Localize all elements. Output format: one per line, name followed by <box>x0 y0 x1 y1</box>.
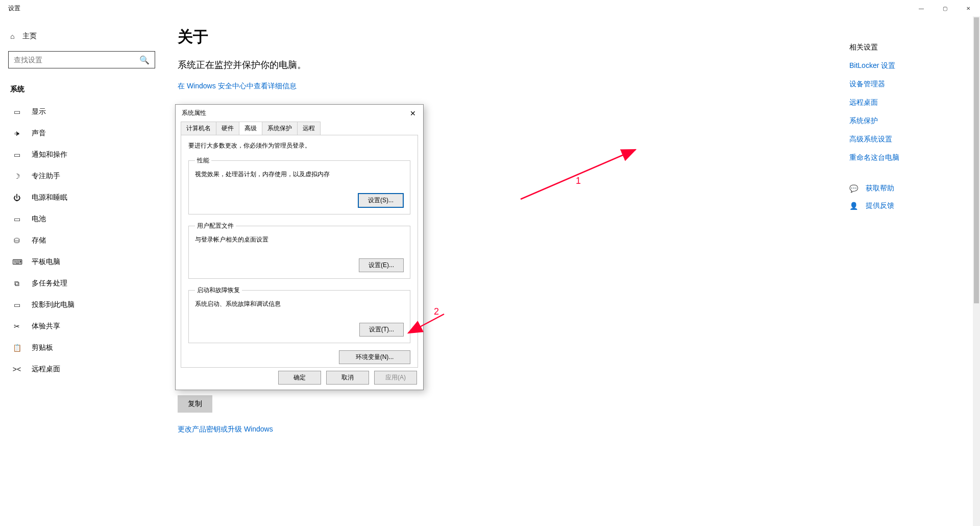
sidebar-item-projecting[interactable]: ▭投影到此电脑 <box>8 294 155 316</box>
share-icon: ✂ <box>12 322 21 330</box>
home-label: 主页 <box>22 32 37 41</box>
sidebar-item-label: 远程桌面 <box>32 365 60 374</box>
group-performance-desc: 视觉效果，处理器计划，内存使用，以及虚拟内存 <box>195 170 404 179</box>
tab-computer-name[interactable]: 计算机名 <box>181 122 216 135</box>
group-user-profile-legend: 用户配置文件 <box>195 222 236 230</box>
performance-settings-button[interactable]: 设置(S)... <box>358 193 404 208</box>
tab-body-advanced: 要进行大多数更改，你必须作为管理员登录。 性能 视觉效果，处理器计划，内存使用，… <box>181 135 418 368</box>
sidebar-item-notifications[interactable]: ▭通知和操作 <box>8 144 155 165</box>
system-properties-dialog: 系统属性 ✕ 计算机名 硬件 高级 系统保护 远程 要进行大多数更改，你必须作为… <box>175 104 424 390</box>
app-title: 设置 <box>8 4 20 13</box>
tablet-icon: ⌨ <box>12 258 21 266</box>
page-title: 关于 <box>178 27 966 47</box>
sidebar-item-storage[interactable]: ⛁存储 <box>8 230 155 251</box>
tab-system-protection[interactable]: 系统保护 <box>262 122 298 135</box>
sidebar-item-clipboard[interactable]: 📋剪贴板 <box>8 337 155 358</box>
security-center-link[interactable]: 在 Windows 安全中心中查看详细信息 <box>178 82 297 91</box>
help-icon: 💬 <box>849 184 859 193</box>
user-profile-settings-button[interactable]: 设置(E)... <box>359 258 404 272</box>
sidebar-item-label: 剪贴板 <box>32 343 53 352</box>
sidebar-item-label: 多任务处理 <box>32 279 67 288</box>
sidebar-item-shared[interactable]: ✂体验共享 <box>8 316 155 337</box>
sidebar-item-power[interactable]: ⏻电源和睡眠 <box>8 187 155 208</box>
power-icon: ⏻ <box>12 194 21 202</box>
group-startup: 启动和故障恢复 系统启动、系统故障和调试信息 设置(T)... <box>188 286 410 343</box>
action-get-help[interactable]: 💬获取帮助 <box>849 184 962 193</box>
group-performance: 性能 视觉效果，处理器计划，内存使用，以及虚拟内存 设置(S)... <box>188 156 410 214</box>
search-box[interactable]: 🔍 <box>8 51 155 68</box>
sidebar: ⌂ 主页 🔍 系统 ▭显示 🕩声音 ▭通知和操作 ☽专注助手 ⏻电源和睡眠 ▭电… <box>0 16 163 526</box>
dialog-cancel-button[interactable]: 取消 <box>326 371 369 385</box>
storage-icon: ⛁ <box>12 236 21 245</box>
feedback-icon: 👤 <box>849 202 859 210</box>
home-button[interactable]: ⌂ 主页 <box>8 27 155 51</box>
sidebar-item-label: 电源和睡眠 <box>32 193 67 202</box>
maximize-button[interactable]: ▢ <box>933 0 957 16</box>
startup-settings-button[interactable]: 设置(T)... <box>359 323 404 337</box>
search-icon: 🔍 <box>139 55 150 65</box>
copy-button[interactable]: 复制 <box>178 395 212 413</box>
tab-hardware[interactable]: 硬件 <box>216 122 239 135</box>
sidebar-item-multitask[interactable]: ⧉多任务处理 <box>8 273 155 294</box>
sidebar-item-label: 电池 <box>32 214 46 224</box>
sidebar-item-sound[interactable]: 🕩声音 <box>8 123 155 144</box>
multitask-icon: ⧉ <box>12 279 21 288</box>
sidebar-item-label: 专注助手 <box>32 172 60 181</box>
sidebar-item-label: 显示 <box>32 107 46 116</box>
admin-hint-text: 要进行大多数更改，你必须作为管理员登录。 <box>188 141 410 150</box>
sidebar-item-label: 体验共享 <box>32 322 60 331</box>
group-user-profile-desc: 与登录帐户相关的桌面设置 <box>195 235 404 244</box>
group-performance-legend: 性能 <box>195 156 211 165</box>
remote-icon: >< <box>12 365 21 373</box>
link-rename-pc[interactable]: 重命名这台电脑 <box>849 153 962 162</box>
scrollbar-thumb[interactable] <box>974 17 979 303</box>
tab-remote[interactable]: 远程 <box>297 122 321 135</box>
sidebar-item-label: 声音 <box>32 129 46 138</box>
group-startup-legend: 启动和故障恢复 <box>195 286 242 295</box>
sidebar-item-display[interactable]: ▭显示 <box>8 101 155 123</box>
protection-status-text: 系统正在监控并保护你的电脑。 <box>178 59 966 71</box>
search-input[interactable] <box>14 56 139 64</box>
link-device-manager[interactable]: 设备管理器 <box>849 80 962 89</box>
sidebar-item-battery[interactable]: ▭电池 <box>8 208 155 230</box>
minimize-button[interactable]: — <box>910 0 933 16</box>
close-button[interactable]: ✕ <box>957 0 980 16</box>
sidebar-item-focus[interactable]: ☽专注助手 <box>8 165 155 187</box>
related-settings-panel: 相关设置 BitLocker 设置 设备管理器 远程桌面 系统保护 高级系统设置… <box>849 43 962 219</box>
display-icon: ▭ <box>12 108 21 116</box>
notification-icon: ▭ <box>12 151 21 159</box>
home-icon: ⌂ <box>10 32 14 40</box>
battery-icon: ▭ <box>12 215 21 223</box>
group-user-profile: 用户配置文件 与登录帐户相关的桌面设置 设置(E)... <box>188 222 410 279</box>
link-advanced-system[interactable]: 高级系统设置 <box>849 135 962 144</box>
sidebar-item-label: 平板电脑 <box>32 257 60 267</box>
group-startup-desc: 系统启动、系统故障和调试信息 <box>195 300 404 308</box>
moon-icon: ☽ <box>12 172 21 180</box>
tab-advanced[interactable]: 高级 <box>239 122 262 135</box>
sidebar-item-tablet[interactable]: ⌨平板电脑 <box>8 251 155 273</box>
project-icon: ▭ <box>12 301 21 309</box>
sidebar-item-label: 通知和操作 <box>32 150 67 159</box>
dialog-title-text: 系统属性 <box>182 109 206 117</box>
link-remote-desktop[interactable]: 远程桌面 <box>849 98 962 107</box>
sidebar-section-title: 系统 <box>8 81 155 101</box>
action-feedback[interactable]: 👤提供反馈 <box>849 201 962 210</box>
action-label: 获取帮助 <box>866 184 894 193</box>
sidebar-item-label: 投影到此电脑 <box>32 300 75 309</box>
sidebar-item-label: 存储 <box>32 236 46 245</box>
related-settings-title: 相关设置 <box>849 43 962 52</box>
sound-icon: 🕩 <box>12 129 21 137</box>
dialog-close-button[interactable]: ✕ <box>408 109 418 117</box>
sidebar-item-remote[interactable]: ><远程桌面 <box>8 358 155 380</box>
environment-variables-button[interactable]: 环境变量(N)... <box>339 350 410 364</box>
dialog-tabs: 计算机名 硬件 高级 系统保护 远程 <box>176 119 423 135</box>
upgrade-link[interactable]: 更改产品密钥或升级 Windows <box>178 425 273 434</box>
clipboard-icon: 📋 <box>12 344 21 352</box>
dialog-ok-button[interactable]: 确定 <box>278 371 321 385</box>
link-system-protection[interactable]: 系统保护 <box>849 116 962 126</box>
dialog-apply-button[interactable]: 应用(A) <box>374 371 417 385</box>
action-label: 提供反馈 <box>866 201 894 210</box>
link-bitlocker[interactable]: BitLocker 设置 <box>849 61 962 70</box>
